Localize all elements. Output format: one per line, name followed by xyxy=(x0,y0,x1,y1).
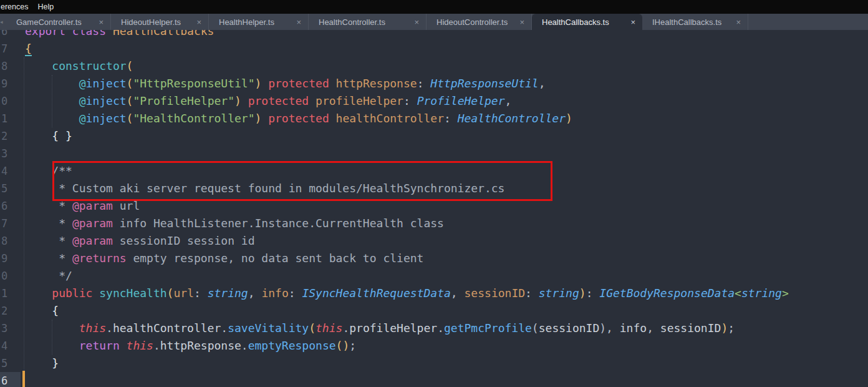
tab-hideoutcontroller-ts[interactable]: HideoutController.ts× xyxy=(427,14,532,30)
close-icon[interactable]: × xyxy=(518,17,526,27)
tab-label: HideoutController.ts xyxy=(436,17,511,27)
code-line[interactable]: 3 this.healthController.saveVitality(thi… xyxy=(0,320,868,337)
code-lines: 6export class HealthCallbacks7{8 constru… xyxy=(0,30,868,387)
close-icon[interactable]: × xyxy=(97,17,105,27)
annotation-rectangle xyxy=(52,161,552,201)
tab-label: HideoutHelper.ts xyxy=(121,17,188,27)
line-number: 3 xyxy=(0,145,21,162)
line-number: 7 xyxy=(0,40,21,57)
code-text: @inject("ProfileHelper") protected profi… xyxy=(25,92,511,110)
code-editor-window: erences Help ◂ GameController.ts×Hideout… xyxy=(0,0,868,387)
close-icon[interactable]: × xyxy=(195,17,203,27)
menu-item-preferences[interactable]: erences xyxy=(0,2,29,11)
line-number: 5 xyxy=(0,355,21,372)
tab-healthcontroller-ts[interactable]: HealthController.ts× xyxy=(309,14,427,30)
code-text: } xyxy=(25,355,59,372)
menu-bar: erences Help xyxy=(0,0,868,14)
code-text: { } xyxy=(25,127,72,145)
code-line[interactable]: 2 { } xyxy=(0,127,868,145)
code-text: @inject("HttpResponseUtil") protected ht… xyxy=(25,75,546,92)
code-line[interactable]: 6 xyxy=(0,372,868,387)
line-number: 4 xyxy=(0,162,21,180)
tab-bar: ◂ GameController.ts×HideoutHelper.ts×Hea… xyxy=(0,14,868,30)
code-text: * @returns empty response, no data sent … xyxy=(25,250,423,267)
tab-healthcallbacks-ts[interactable]: HealthCallbacks.ts× xyxy=(532,14,642,30)
line-number: 3 xyxy=(0,320,21,337)
code-line[interactable]: 0 @inject("ProfileHelper") protected pro… xyxy=(0,92,868,110)
tab-ihealthcallbacks-ts[interactable]: IHealthCallbacks.ts× xyxy=(642,14,748,30)
code-line[interactable]: 3 xyxy=(0,145,868,162)
code-line[interactable]: 7 * @param info HealthListener.Instance.… xyxy=(0,215,868,232)
line-number: 7 xyxy=(0,215,21,232)
line-number: 4 xyxy=(0,337,21,355)
code-text: { xyxy=(25,302,59,320)
line-number: 9 xyxy=(0,250,21,267)
text-cursor xyxy=(22,371,25,387)
line-number: 9 xyxy=(0,75,21,92)
line-number: 2 xyxy=(0,127,21,145)
code-text: public syncHealth(url: string, info: ISy… xyxy=(25,285,789,302)
code-text: export class HealthCallbacks xyxy=(25,30,214,40)
code-line[interactable]: 1 public syncHealth(url: string, info: I… xyxy=(0,285,868,302)
code-line[interactable]: 1 @inject("HealthController") protected … xyxy=(0,110,868,127)
tab-gamecontroller-ts[interactable]: GameController.ts× xyxy=(6,14,111,30)
tab-label: HealthCallbacks.ts xyxy=(542,17,622,27)
code-text: * @param sessionID session id xyxy=(25,232,254,250)
code-line[interactable]: 0 */ xyxy=(0,267,868,285)
line-number: 8 xyxy=(0,57,21,75)
close-icon[interactable]: × xyxy=(734,17,743,27)
tab-label: HealthController.ts xyxy=(319,17,406,27)
code-text: return this.httpResponse.emptyResponse()… xyxy=(25,337,356,355)
code-text: { xyxy=(25,40,32,57)
tab-label: IHealthCallbacks.ts xyxy=(652,17,728,27)
code-line[interactable]: 2 { xyxy=(0,302,868,320)
tab-healthhelper-ts[interactable]: HealthHelper.ts× xyxy=(209,14,309,30)
line-number: 8 xyxy=(0,232,21,250)
editor-pane[interactable]: 6export class HealthCallbacks7{8 constru… xyxy=(0,30,868,387)
line-number: 1 xyxy=(0,285,21,302)
code-line[interactable]: 6export class HealthCallbacks xyxy=(0,30,868,40)
code-text: * @param info HealthListener.Instance.Cu… xyxy=(25,215,444,232)
line-number: 5 xyxy=(0,180,21,197)
line-number: 6 xyxy=(0,372,21,387)
code-line[interactable]: 8 * @param sessionID session id xyxy=(0,232,868,250)
line-number: 0 xyxy=(0,92,21,110)
line-number: 0 xyxy=(0,267,21,285)
code-line[interactable]: 7{ xyxy=(0,40,868,57)
close-icon[interactable]: × xyxy=(412,17,421,27)
code-line[interactable]: 5 } xyxy=(0,355,868,372)
code-text: @inject("HealthController") protected he… xyxy=(25,110,572,127)
code-text: this.healthController.saveVitality(this.… xyxy=(25,320,735,337)
close-icon[interactable]: × xyxy=(629,17,637,27)
close-icon[interactable]: × xyxy=(294,17,303,27)
code-line[interactable]: 4 return this.httpResponse.emptyResponse… xyxy=(0,337,868,355)
menu-item-help[interactable]: Help xyxy=(37,2,54,11)
code-line[interactable]: 9 * @returns empty response, no data sen… xyxy=(0,250,868,267)
line-number: 6 xyxy=(0,197,21,215)
code-text: */ xyxy=(25,267,72,285)
code-text: constructor( xyxy=(25,57,133,75)
tab-label: GameController.ts xyxy=(16,17,90,27)
code-line[interactable]: 8 constructor( xyxy=(0,57,868,75)
tab-scroll-arrow-icon[interactable]: ◂ xyxy=(0,14,6,30)
line-number: 2 xyxy=(0,302,21,320)
line-number: 1 xyxy=(0,110,21,127)
line-number: 6 xyxy=(0,30,21,40)
code-line[interactable]: 9 @inject("HttpResponseUtil") protected … xyxy=(0,75,868,92)
tab-hideouthelper-ts[interactable]: HideoutHelper.ts× xyxy=(111,14,209,30)
tab-label: HealthHelper.ts xyxy=(219,17,288,27)
